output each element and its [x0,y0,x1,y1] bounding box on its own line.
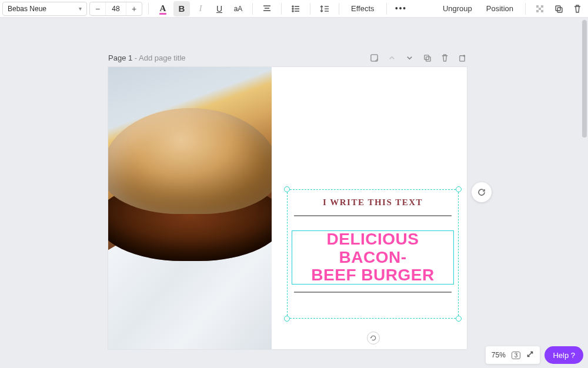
chevron-up-icon [387,53,396,62]
resize-handle-tl[interactable] [284,186,290,192]
transparency-icon [535,4,544,14]
chevron-down-icon [405,53,414,62]
increase-font-button[interactable]: + [126,2,142,15]
rotate-icon [370,334,377,342]
copy-style-button[interactable] [550,1,567,16]
resize-handle-tr[interactable] [456,186,462,192]
separator [148,3,149,15]
vertical-scrollbar[interactable] [582,20,587,138]
svg-rect-20 [424,55,429,59]
group-selection-box[interactable] [287,189,459,319]
regenerate-button[interactable] [472,182,492,202]
text-toolbar: Bebas Neue ▾ − 48 + A B I U aA Effects •… [0,0,588,18]
bottom-bar: 75% 3 Help ? [486,344,583,366]
font-family-dropdown[interactable]: Bebas Neue ▾ [2,2,87,16]
svg-rect-17 [556,6,560,11]
svg-point-7 [292,11,293,12]
trash-icon [440,53,449,62]
burger-photo[interactable] [108,67,272,349]
list-button[interactable] [288,1,304,16]
move-up-button[interactable] [387,53,396,62]
help-button[interactable]: Help ? [544,346,583,364]
separator [339,3,339,15]
effects-button[interactable]: Effects [345,1,380,16]
chevron-down-icon: ▾ [79,5,82,12]
align-center-icon [262,4,272,14]
spacing-button[interactable] [316,1,333,16]
list-icon [291,4,300,14]
ungroup-button[interactable]: Ungroup [437,1,478,16]
page-actions [369,53,467,62]
duplicate-page-button[interactable] [422,53,432,62]
add-page-button[interactable] [457,53,467,62]
position-button[interactable]: Position [480,1,519,16]
notes-button[interactable] [369,53,379,62]
svg-rect-16 [541,10,543,12]
page-number-label: Page 1 [108,53,132,62]
add-page-icon [458,53,467,62]
move-down-button[interactable] [405,53,414,62]
editor-stage: Page 1 - Add page title I WRITE THIS TEX… [0,18,581,368]
rotate-handle[interactable] [367,332,380,344]
resize-handle-bl[interactable] [284,316,290,322]
bold-button[interactable]: B [173,1,190,16]
separator [281,3,282,15]
zoom-value: 75% [492,351,506,359]
svg-point-5 [292,8,293,9]
svg-point-3 [292,6,293,7]
fullscreen-button[interactable] [526,350,534,360]
separator [525,3,526,15]
svg-rect-14 [539,8,541,10]
resize-handle-br[interactable] [456,316,462,322]
delete-page-button[interactable] [440,53,449,62]
zoom-control[interactable]: 75% 3 [486,346,540,364]
trash-icon [573,4,582,14]
refresh-icon [477,188,486,197]
line-spacing-icon [320,4,329,14]
more-button[interactable]: ••• [393,1,409,16]
design-canvas[interactable]: I WRITE THIS TEXT DELICIOUS BACON-BEEF B… [108,67,467,349]
font-size-stepper: − 48 + [89,2,142,16]
duplicate-icon [423,53,432,62]
font-family-label: Bebas Neue [8,5,46,13]
svg-rect-18 [557,8,562,12]
expand-icon [526,350,534,358]
notes-icon [370,53,379,62]
page-count-badge[interactable]: 3 [512,352,521,359]
page-title-area[interactable]: Page 1 - Add page title [108,53,186,62]
underline-button[interactable]: U [211,1,228,16]
svg-rect-15 [536,10,539,12]
svg-rect-21 [426,56,430,61]
svg-rect-13 [541,5,543,8]
align-button[interactable] [259,1,275,16]
page-title-placeholder: Add page title [139,53,186,62]
svg-rect-12 [536,5,539,8]
transparency-button[interactable] [532,1,548,16]
case-button[interactable]: aA [230,1,246,16]
italic-button[interactable]: I [192,1,209,16]
separator [310,3,310,15]
separator [386,3,387,15]
decrease-font-button[interactable]: − [90,2,105,15]
delete-button[interactable] [569,1,586,16]
page-header-bar: Page 1 - Add page title [108,53,467,62]
copy-icon [554,4,563,14]
separator [252,3,253,15]
font-size-value[interactable]: 48 [105,2,126,15]
text-color-button[interactable]: A [155,1,171,16]
